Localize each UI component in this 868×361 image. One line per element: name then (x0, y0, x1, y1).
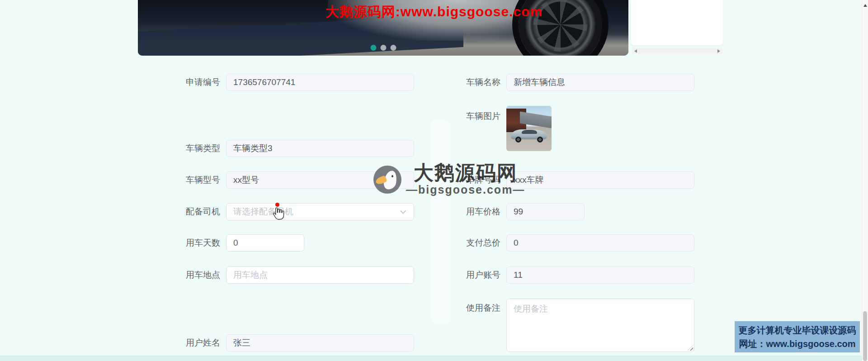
carousel-dot-1[interactable] (370, 45, 376, 51)
carousel-dot-2[interactable] (380, 45, 386, 51)
total-price-input (506, 234, 694, 252)
price-input (506, 203, 585, 220)
days-label: 用车天数 (149, 237, 220, 249)
carousel-dot-3[interactable] (390, 45, 396, 51)
vehicle-image-label: 车辆图片 (429, 110, 500, 122)
form-row-vehicle-name: 车辆名称 (429, 74, 694, 91)
total-price-label: 支付总价 (429, 237, 500, 249)
location-label: 用车地点 (149, 269, 220, 281)
page: 大鹅源码网:www.bigsgoose.com 申请编号 车辆类型 车辆型号 配… (0, 0, 868, 361)
chevron-down-icon (400, 208, 406, 214)
account-label: 用户账号 (429, 269, 500, 281)
vertical-scrollbar[interactable] (862, 0, 868, 361)
footer-watermark-banner: 更多计算机专业毕设课设源码 网址：www.bigsgoose.com (735, 321, 860, 352)
scroll-left-arrow-icon[interactable] (634, 49, 637, 53)
thumbnail-wheel-decoration (515, 137, 521, 142)
horizontal-scrollbar[interactable] (632, 48, 722, 54)
form-row-location: 用车地点 (149, 266, 414, 284)
form-row-price: 用车价格 (429, 203, 585, 220)
mouse-cursor-icon (272, 206, 285, 222)
form-row-days: 用车天数 (149, 234, 304, 252)
account-input (506, 266, 694, 284)
price-label: 用车价格 (429, 206, 500, 218)
form-row-total-price: 支付总价 (429, 234, 694, 252)
form-row-vehicle-model: 车辆型号 (149, 171, 414, 189)
form-row-vehicle-image: 车辆图片 (429, 106, 552, 151)
vehicle-model-label: 车辆型号 (149, 174, 220, 186)
scroll-up-arrow-icon[interactable] (863, 2, 867, 7)
location-input[interactable] (226, 266, 414, 284)
vehicle-image[interactable] (506, 106, 552, 151)
form-row-username: 用户姓名 (149, 334, 414, 352)
vehicle-name-label: 车辆名称 (429, 76, 500, 88)
driver-select[interactable]: 请选择配备司机 (226, 203, 414, 220)
vehicle-type-input (226, 140, 414, 157)
scroll-right-arrow-icon[interactable] (717, 49, 720, 53)
driver-label: 配备司机 (149, 206, 220, 218)
form-row-account: 用户账号 (429, 266, 694, 284)
username-input (226, 334, 414, 352)
vehicle-type-label: 车辆类型 (149, 142, 220, 154)
username-label: 用户姓名 (149, 337, 220, 349)
application-number-label: 申请编号 (149, 76, 220, 88)
footer-banner-line2: 网址：www.bigsgoose.com (739, 337, 855, 351)
days-input[interactable] (226, 234, 304, 252)
form-row-application-number: 申请编号 (149, 74, 414, 91)
form-row-remarks: 使用备注 (429, 299, 694, 352)
vertical-scrollbar-thumb[interactable] (863, 311, 867, 361)
plate-number-label: 车牌号码 (429, 174, 500, 186)
vehicle-model-input (226, 171, 414, 189)
plate-number-input (506, 171, 694, 189)
thumbnail-wheel-decoration (537, 137, 543, 142)
thumbnail-car-glass-decoration (522, 130, 537, 134)
application-number-input (226, 74, 414, 91)
footer-banner-line1: 更多计算机专业毕设课设源码 (739, 323, 856, 337)
vehicle-name-input (506, 74, 694, 91)
bottom-edge-decoration (0, 356, 868, 361)
remarks-label: 使用备注 (429, 302, 500, 314)
click-indicator-dot (275, 203, 279, 207)
remarks-textarea[interactable] (506, 299, 694, 352)
form-row-plate-number: 车牌号码 (429, 171, 694, 189)
form-row-vehicle-type: 车辆类型 (149, 140, 414, 157)
carousel-dots (370, 45, 396, 51)
watermark-top-text: 大鹅源码网:www.bigsgoose.com (0, 3, 868, 21)
